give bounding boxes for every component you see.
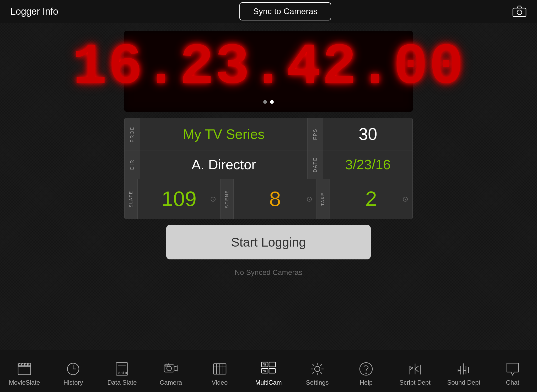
slate-edit-icon: ⊙ bbox=[210, 195, 216, 203]
svg-rect-32 bbox=[269, 368, 275, 373]
tab-history[interactable]: History bbox=[49, 350, 98, 392]
tab-help-label: Help bbox=[360, 379, 373, 386]
slate-table: PROD My TV Series FPS 30 DIR A. Director… bbox=[124, 118, 413, 219]
video-icon bbox=[212, 361, 228, 377]
camera-icon bbox=[512, 4, 527, 18]
director-value: A. Director bbox=[192, 157, 256, 172]
tab-scriptdept[interactable]: Script Dept bbox=[391, 350, 439, 392]
tab-camera-label: Camera bbox=[160, 379, 182, 386]
svg-rect-2 bbox=[18, 365, 31, 375]
svg-text:1/60: 1/60 bbox=[165, 365, 170, 368]
scene-value-cell[interactable]: 8 ⊙ bbox=[234, 179, 316, 219]
tab-dataslate-label: Data Slate bbox=[107, 379, 137, 386]
take-value: 2 bbox=[365, 187, 377, 211]
camera-tab-icon: F14 1/60 bbox=[163, 361, 179, 377]
settings-icon bbox=[309, 361, 325, 377]
dir-label-cell: DIR bbox=[125, 150, 140, 179]
tab-scriptdept-label: Script Dept bbox=[399, 379, 431, 386]
timecode-container: 16.23.42.00 bbox=[124, 31, 413, 112]
fps-label-cell: FPS bbox=[308, 118, 323, 150]
tab-multicam[interactable]: AB CD MultiCam bbox=[244, 350, 293, 392]
tab-video-label: Video bbox=[212, 379, 228, 386]
chat-icon bbox=[505, 361, 520, 377]
svg-text:AB: AB bbox=[263, 363, 266, 366]
svg-line-43 bbox=[415, 369, 418, 372]
take-edit-icon: ⊙ bbox=[402, 195, 408, 203]
date-value: 3/23/16 bbox=[345, 157, 391, 172]
take-value-cell[interactable]: 2 ⊙ bbox=[330, 179, 412, 219]
page-title: Logger Info bbox=[10, 6, 58, 17]
tab-sounddept[interactable]: Sound Dept bbox=[439, 350, 488, 392]
no-synced-label: No Synced Cameras bbox=[235, 268, 302, 277]
prod-label: PROD bbox=[130, 126, 135, 143]
scene-label: SCENE bbox=[225, 190, 229, 208]
sounddept-icon bbox=[456, 361, 472, 377]
slate-value-cell[interactable]: 109 ⊙ bbox=[138, 179, 220, 219]
svg-rect-30 bbox=[269, 362, 275, 367]
tab-chat[interactable]: Chat bbox=[488, 350, 537, 392]
tab-camera[interactable]: F14 1/60 Camera bbox=[147, 350, 195, 392]
fps-value: 30 bbox=[358, 124, 377, 144]
tab-sounddept-label: Sound Dept bbox=[447, 379, 480, 386]
prod-label-cell: PROD bbox=[125, 118, 140, 150]
tab-chat-label: Chat bbox=[506, 379, 519, 386]
slate-row: SLATE 109 ⊙ SCENE 8 ⊙ TAKE 2 ⊙ bbox=[125, 179, 412, 219]
sync-to-cameras-button[interactable]: Sync to Cameras bbox=[239, 2, 331, 20]
scene-section: SCENE 8 ⊙ bbox=[221, 179, 316, 219]
slate-label-cell: SLATE bbox=[125, 179, 138, 219]
prod-row: PROD My TV Series FPS 30 bbox=[125, 118, 412, 150]
svg-rect-0 bbox=[513, 8, 526, 17]
scriptdept-icon bbox=[407, 361, 423, 377]
production-value: My TV Series bbox=[183, 126, 265, 142]
dot-2 bbox=[270, 100, 274, 104]
date-label-cell: DATE bbox=[308, 150, 323, 179]
slate-value: 109 bbox=[162, 187, 196, 211]
tab-movieslate[interactable]: MovieSlate bbox=[0, 350, 49, 392]
svg-point-37 bbox=[366, 372, 367, 374]
tab-movieslate-label: MovieSlate bbox=[9, 379, 40, 386]
tab-bar: MovieSlate History data Data Slate F14 1… bbox=[0, 350, 537, 392]
director-value-cell[interactable]: A. Director bbox=[140, 150, 308, 179]
dot-1 bbox=[263, 100, 267, 104]
camera-button[interactable] bbox=[512, 4, 527, 19]
scene-value: 8 bbox=[269, 187, 281, 211]
help-icon bbox=[358, 361, 374, 377]
multicam-icon: AB CD bbox=[261, 361, 276, 377]
movieslate-icon bbox=[17, 361, 32, 377]
tab-settings[interactable]: Settings bbox=[293, 350, 342, 392]
tab-multicam-label: MultiCam bbox=[255, 379, 282, 386]
svg-line-42 bbox=[415, 366, 418, 369]
top-bar: Logger Info Sync to Cameras bbox=[0, 0, 537, 23]
scene-edit-icon: ⊙ bbox=[306, 195, 312, 203]
fps-label: FPS bbox=[313, 128, 318, 140]
dataslate-icon: data bbox=[114, 361, 130, 377]
slate-label: SLATE bbox=[129, 190, 133, 208]
take-label-cell: TAKE bbox=[317, 179, 330, 219]
fps-value-cell[interactable]: 30 bbox=[323, 118, 412, 150]
tab-help[interactable]: Help bbox=[342, 350, 390, 392]
svg-point-1 bbox=[517, 10, 522, 15]
svg-text:CD: CD bbox=[263, 370, 266, 373]
svg-text:data: data bbox=[118, 371, 127, 375]
date-label: DATE bbox=[313, 157, 318, 172]
timecode-display: 16.23.42.00 bbox=[72, 39, 465, 96]
timecode-page-dots bbox=[72, 100, 465, 104]
take-label: TAKE bbox=[321, 192, 325, 206]
dir-label: DIR bbox=[130, 159, 135, 170]
tab-video[interactable]: Video bbox=[195, 350, 244, 392]
tab-settings-label: Settings bbox=[306, 379, 329, 386]
slate-section: SLATE 109 ⊙ bbox=[125, 179, 221, 219]
date-value-cell[interactable]: 3/23/16 bbox=[323, 150, 412, 179]
production-value-cell[interactable]: My TV Series bbox=[140, 118, 308, 150]
history-icon bbox=[65, 361, 81, 377]
tab-dataslate[interactable]: data Data Slate bbox=[98, 350, 146, 392]
tab-history-label: History bbox=[63, 379, 83, 386]
start-logging-button[interactable]: Start Logging bbox=[166, 225, 371, 259]
svg-point-35 bbox=[315, 366, 320, 372]
dir-row: DIR A. Director DATE 3/23/16 bbox=[125, 150, 412, 179]
scene-label-cell: SCENE bbox=[221, 179, 234, 219]
take-section: TAKE 2 ⊙ bbox=[317, 179, 412, 219]
